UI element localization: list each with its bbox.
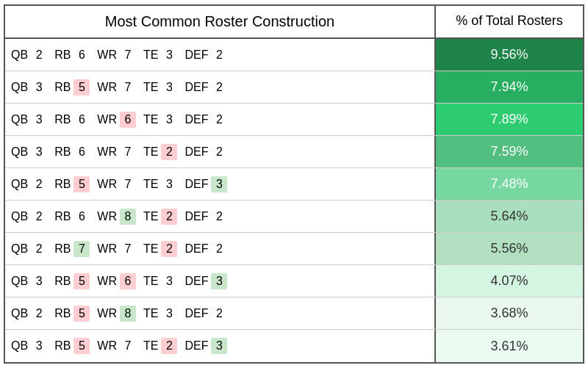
pos-group: WR7 — [97, 79, 136, 95]
pos-num: 3 — [31, 79, 47, 95]
pos-group: WR7 — [97, 47, 136, 63]
roster-cell: QB3RB6WR6TE3DEF2 — [5, 104, 436, 135]
pos-label: QB — [11, 178, 28, 191]
pos-label: TE — [143, 178, 158, 191]
pos-group: DEF3 — [184, 176, 227, 192]
pos-group: RB6 — [54, 112, 90, 128]
pos-num: 8 — [120, 306, 136, 322]
pos-group: DEF2 — [184, 144, 227, 160]
pos-label: WR — [97, 113, 117, 126]
pos-label: DEF — [184, 339, 208, 353]
pos-group: DEF2 — [184, 209, 227, 225]
pos-group: TE3 — [143, 306, 177, 322]
main-header: Most Common Roster Construction — [5, 6, 436, 37]
pos-num: 7 — [120, 241, 136, 257]
pos-num: 6 — [74, 47, 90, 63]
pos-label: WR — [97, 145, 117, 159]
pct-cell: 7.48% — [436, 168, 583, 200]
pct-cell: 4.07% — [436, 265, 583, 297]
pos-num: 7 — [120, 176, 136, 192]
pct-cell: 7.94% — [436, 71, 583, 103]
pos-num: 3 — [31, 338, 47, 354]
pos-group: TE3 — [143, 176, 177, 192]
pos-num: 3 — [31, 273, 47, 289]
pos-num: 2 — [211, 306, 227, 322]
pos-label: RB — [54, 210, 71, 223]
pos-group: WR8 — [97, 306, 136, 322]
pos-group: QB2 — [11, 176, 47, 192]
pos-group: QB3 — [11, 112, 47, 128]
pos-num: 3 — [211, 176, 227, 192]
pos-label: TE — [143, 81, 158, 94]
roster-cell: QB2RB6WR7TE3DEF2 — [5, 39, 436, 71]
table-body: QB2RB6WR7TE3DEF29.56%QB3RB5WR7TE3DEF27.9… — [5, 39, 583, 362]
pos-group: TE3 — [143, 273, 177, 289]
pos-num: 6 — [74, 209, 90, 225]
pos-label: WR — [97, 339, 117, 353]
pos-num: 7 — [120, 144, 136, 160]
pos-group: WR7 — [97, 338, 136, 354]
pos-label: DEF — [184, 178, 208, 191]
pos-num: 2 — [161, 241, 177, 257]
table-row: QB2RB7WR7TE2DEF25.56% — [5, 233, 583, 265]
pos-num: 2 — [31, 176, 47, 192]
pos-num: 2 — [161, 338, 177, 354]
pos-num: 3 — [161, 47, 177, 63]
pos-group: WR7 — [97, 241, 136, 257]
pos-num: 8 — [120, 209, 136, 225]
pos-group: DEF3 — [184, 338, 227, 354]
pos-group: RB5 — [54, 176, 90, 192]
pos-group: QB2 — [11, 209, 47, 225]
roster-cell: QB3RB5WR6TE3DEF3 — [5, 265, 436, 297]
pos-label: WR — [97, 307, 117, 320]
pos-num: 5 — [74, 306, 90, 322]
pos-label: QB — [11, 339, 28, 353]
table-row: QB2RB6WR7TE3DEF29.56% — [5, 39, 583, 71]
pos-num: 7 — [120, 47, 136, 63]
pos-group: TE2 — [143, 241, 177, 257]
pos-num: 3 — [161, 176, 177, 192]
pos-label: TE — [143, 339, 158, 353]
table-row: QB3RB6WR7TE2DEF27.59% — [5, 136, 583, 168]
pos-num: 2 — [31, 306, 47, 322]
pos-label: DEF — [184, 48, 208, 62]
pos-num: 7 — [74, 241, 90, 257]
pos-group: TE3 — [143, 79, 177, 95]
pos-label: QB — [11, 48, 28, 62]
pos-label: QB — [11, 81, 28, 94]
pos-num: 5 — [74, 176, 90, 192]
pos-label: RB — [54, 48, 71, 62]
roster-cell: QB3RB5WR7TE2DEF3 — [5, 330, 436, 362]
pos-label: DEF — [184, 275, 208, 288]
pos-label: RB — [54, 307, 71, 320]
pos-label: TE — [143, 275, 158, 288]
pos-group: TE2 — [143, 338, 177, 354]
pos-group: WR7 — [97, 144, 136, 160]
pct-header: % of Total Rosters — [436, 6, 583, 37]
table-row: QB3RB5WR7TE3DEF27.94% — [5, 71, 583, 104]
pos-num: 2 — [211, 241, 227, 257]
pos-label: QB — [11, 307, 28, 320]
pos-num: 2 — [31, 209, 47, 225]
pos-num: 6 — [120, 273, 136, 289]
pos-label: RB — [54, 275, 71, 288]
pos-label: WR — [97, 81, 117, 94]
table-row: QB2RB6WR8TE2DEF25.64% — [5, 201, 583, 233]
roster-cell: QB3RB5WR7TE3DEF2 — [5, 71, 436, 103]
pos-label: RB — [54, 242, 71, 256]
pos-label: WR — [97, 242, 117, 256]
pos-label: DEF — [184, 145, 208, 159]
table-row: QB3RB5WR6TE3DEF34.07% — [5, 265, 583, 297]
pos-group: DEF2 — [184, 112, 227, 128]
pct-cell: 7.89% — [436, 104, 583, 135]
pos-label: DEF — [184, 81, 208, 94]
pos-num: 3 — [211, 273, 227, 289]
pos-label: DEF — [184, 307, 208, 320]
pos-num: 2 — [31, 241, 47, 257]
pos-group: WR7 — [97, 176, 136, 192]
pos-label: TE — [143, 307, 158, 320]
pos-label: RB — [54, 339, 71, 353]
pos-num: 3 — [211, 338, 227, 354]
pos-num: 6 — [74, 112, 90, 128]
pos-group: DEF2 — [184, 79, 227, 95]
